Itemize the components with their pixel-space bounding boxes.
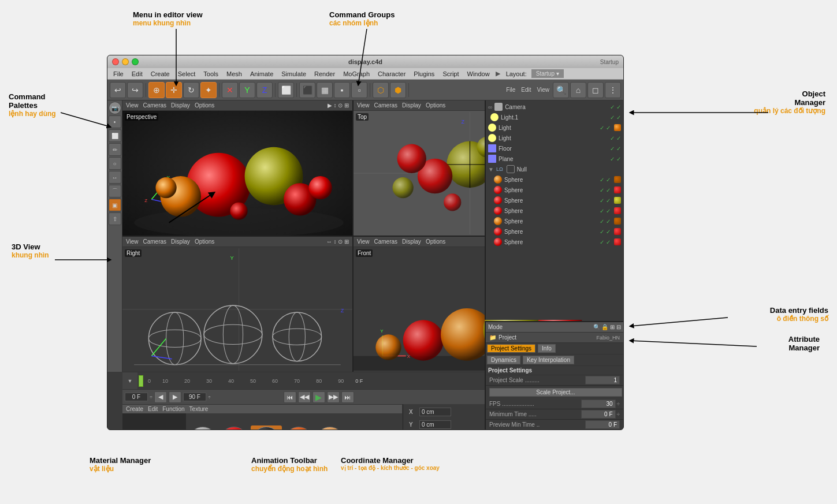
layout-selector[interactable]: Startup ▾ (531, 69, 564, 78)
toolbar-redo[interactable]: ↪ (127, 82, 143, 98)
material-item-2[interactable]: Mat (220, 427, 248, 431)
vp-right-cameras[interactable]: Cameras (142, 238, 168, 245)
toolbar-x[interactable]: ✕ (222, 82, 238, 98)
tab-structure[interactable]: Structure (623, 120, 624, 147)
objmgr-file[interactable]: File (504, 87, 518, 93)
objmgr-btn2[interactable]: ◻ (587, 82, 604, 98)
close-button[interactable] (112, 58, 119, 65)
obj-sphere7[interactable]: Sphere ✓ ✓ (486, 237, 623, 247)
material-item-4[interactable]: Mat (284, 427, 313, 431)
mat-function[interactable]: Function (162, 406, 184, 412)
palette-cube[interactable]: ⬜ (109, 129, 121, 142)
viewport-perspective[interactable]: View Cameras Display Options ▶ ↕ ⊙ ⊞ Per… (122, 100, 352, 236)
tab-asset-browser[interactable]: Asset Browser (623, 80, 624, 119)
coord-x-input[interactable] (419, 408, 451, 416)
anim-goto-start[interactable]: ⏮ (284, 391, 296, 403)
vp-top-display[interactable]: Display (401, 102, 422, 109)
obj-null[interactable]: ▼ LΩ Null (486, 164, 623, 174)
palette-move[interactable]: ↔ (109, 171, 121, 184)
toolbar-y[interactable]: Y (239, 82, 255, 98)
tab-dynamics[interactable]: Dynamics (487, 356, 520, 364)
anim-prev-key[interactable]: ◀◀ (298, 391, 311, 403)
attr-scale-project-btn[interactable]: Scale Project... (489, 388, 622, 397)
menu-layout[interactable]: Layout: (503, 69, 530, 79)
toolbar-rotate[interactable]: ↻ (183, 82, 199, 98)
toolbar-move[interactable]: ✛ (166, 82, 182, 98)
timeline-playhead[interactable] (139, 375, 143, 387)
vp-right-display[interactable]: Display (170, 238, 191, 245)
vp-front-cameras[interactable]: Cameras (373, 238, 399, 245)
vp-top-options[interactable]: Options (425, 102, 447, 109)
viewport-right[interactable]: View Cameras Display Options ↔ ↕ ⊙ ⊞ Rig… (122, 237, 352, 372)
attr-fps-input[interactable] (581, 400, 616, 408)
toolbar-anim4[interactable]: ▫ (351, 82, 367, 98)
menu-tools[interactable]: Tools (200, 69, 222, 79)
obj-plane[interactable]: Plane ✓ ✓ (486, 154, 623, 164)
vp-front-display[interactable]: Display (401, 238, 422, 245)
obj-light2[interactable]: Light ✓ ✓ (486, 122, 623, 133)
obj-sphere2[interactable]: Sphere ✓ ✓ (486, 185, 623, 195)
vp-right-options[interactable]: Options (194, 238, 215, 245)
vp-top-cameras[interactable]: Cameras (373, 102, 399, 109)
palette-sphere[interactable]: ○ (109, 157, 121, 170)
vp-perspective-display[interactable]: Display (170, 102, 191, 109)
anim-prev-frame[interactable]: ◀ (154, 391, 167, 403)
vp-front-view[interactable]: View (356, 238, 371, 245)
attr-min-time-input[interactable] (581, 410, 616, 419)
toolbar-undo[interactable]: ↩ (110, 82, 126, 98)
anim-play[interactable]: ▶ (313, 391, 325, 403)
coord-y-input[interactable] (419, 420, 451, 429)
menu-simulate[interactable]: Simulate (278, 69, 310, 79)
objmgr-btn1[interactable]: ⌂ (570, 82, 586, 98)
attr-preview-min-input[interactable] (585, 420, 620, 429)
attr-project-scale-input[interactable] (585, 376, 620, 384)
anim-goto-end[interactable]: ⏭ (341, 391, 354, 403)
attr-mode-label[interactable]: Mode (488, 324, 503, 330)
objmgr-edit[interactable]: Edit (519, 87, 533, 93)
toolbar-render2[interactable]: ⬢ (390, 82, 406, 98)
menu-render[interactable]: Render (311, 69, 338, 79)
vp-right-view[interactable]: View (125, 238, 140, 245)
mat-create[interactable]: Create (126, 406, 143, 412)
obj-sphere5[interactable]: Sphere ✓ ✓ (486, 216, 623, 226)
menu-animate[interactable]: Animate (247, 69, 277, 79)
menu-select[interactable]: Select (174, 69, 199, 79)
obj-camera[interactable]: ∞ Camera ✓ ✓ (486, 102, 623, 112)
vp-perspective-cameras[interactable]: Cameras (142, 102, 168, 109)
objmgr-view[interactable]: View (535, 87, 552, 93)
toolbar-scale[interactable]: ✦ (200, 82, 217, 98)
mat-texture[interactable]: Texture (189, 406, 209, 412)
tab-attributes[interactable]: Attributes (623, 147, 624, 174)
palette-bend[interactable]: ⌒ (109, 185, 121, 197)
obj-floor[interactable]: Floor ✓ ✓ (486, 143, 623, 154)
tab-key-interpolation[interactable]: Key Interpolation (523, 356, 574, 364)
material-item-3[interactable]: Mat (251, 425, 282, 431)
minimize-button[interactable] (122, 58, 129, 65)
tab-project-settings[interactable]: Project Settings (487, 344, 535, 353)
tab-info[interactable]: Info (538, 344, 556, 353)
menu-mesh[interactable]: Mesh (223, 69, 245, 79)
maximize-button[interactable] (132, 58, 139, 65)
anim-next-frame[interactable]: ▶ (169, 391, 181, 403)
menu-edit[interactable]: Edit (128, 69, 146, 79)
toolbar-anim3[interactable]: ▪ (334, 82, 350, 98)
objmgr-btn3[interactable]: ⋮ (605, 82, 621, 98)
palette-orange[interactable]: ▣ (109, 199, 121, 211)
menu-character[interactable]: Character (374, 69, 409, 79)
toolbar-anim2[interactable]: ▦ (317, 82, 333, 98)
tab-objects[interactable]: Objects (623, 55, 624, 79)
vp-front-options[interactable]: Options (425, 238, 447, 245)
menu-window[interactable]: Window (464, 69, 493, 79)
palette-dot[interactable]: • (109, 115, 121, 128)
vp-perspective-options[interactable]: Options (194, 102, 215, 109)
menu-mograph[interactable]: MoGraph (340, 69, 373, 79)
toolbar-z[interactable]: Z (256, 82, 273, 98)
toolbar-select[interactable]: ⊕ (148, 82, 165, 98)
vp-perspective-view[interactable]: View (125, 102, 140, 109)
menu-file[interactable]: File (110, 69, 127, 79)
obj-light1[interactable]: Light.1 ✓ ✓ (486, 112, 623, 122)
objmgr-search[interactable]: 🔍 (553, 82, 569, 98)
anim-forward[interactable]: ▶▶ (327, 391, 340, 403)
toolbar-render1[interactable]: ⬡ (373, 82, 389, 98)
toolbar-anim1[interactable]: ⬛ (299, 82, 315, 98)
